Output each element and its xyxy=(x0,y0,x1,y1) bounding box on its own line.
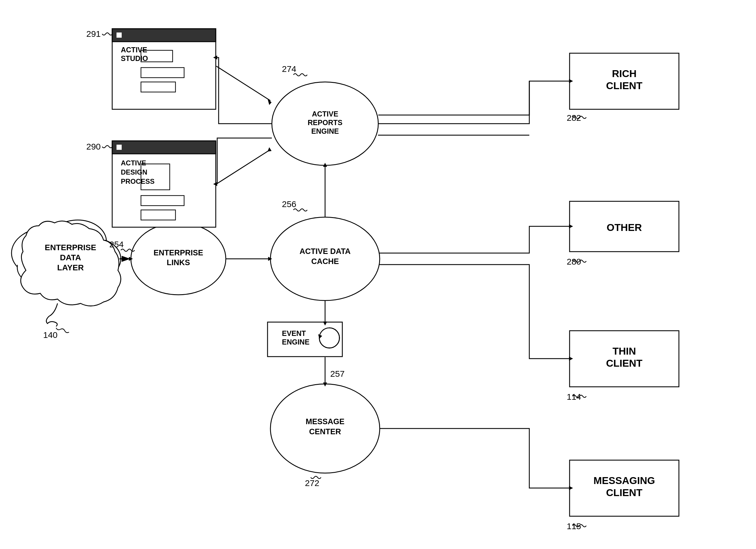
rich-client-label1: RICH xyxy=(612,68,637,79)
thin-client-label2: CLIENT xyxy=(606,357,642,369)
active-data-cache-label1: ACTIVE DATA xyxy=(299,247,351,256)
active-design-label3: PROCESS xyxy=(121,177,154,185)
active-reports-label3: ENGINE xyxy=(311,127,339,135)
thin-client-label1: THIN xyxy=(612,345,636,357)
svg-rect-25 xyxy=(112,29,216,42)
messaging-client-label1: MESSAGING xyxy=(593,475,655,486)
message-center-label1: MESSAGE xyxy=(306,417,344,426)
active-design-label2: DESIGN xyxy=(121,168,147,176)
ref-290: 290 xyxy=(86,142,101,151)
event-engine-label2: ENGINE xyxy=(282,338,310,346)
ref-272: 272 xyxy=(305,478,319,488)
message-center-label2: CENTER xyxy=(309,427,341,436)
ref-140: 140 xyxy=(43,330,58,340)
ref-291: 291 xyxy=(86,29,101,39)
ref-256: 256 xyxy=(282,199,296,209)
active-studio-node xyxy=(112,29,216,109)
messaging-client-label2: CLIENT xyxy=(606,487,642,498)
ref-274: 274 xyxy=(282,64,296,74)
enterprise-data-layer-label: ENTERPRISE xyxy=(45,243,96,252)
active-reports-label2: REPORTS xyxy=(308,118,343,127)
enterprise-data-layer-label3: LAYER xyxy=(57,263,84,272)
active-design-label1: ACTIVE xyxy=(121,159,146,167)
enterprise-data-layer-label2: DATA xyxy=(60,253,81,262)
other-label: OTHER xyxy=(607,222,642,233)
event-engine-label1: EVENT xyxy=(282,329,306,337)
ref-257: 257 xyxy=(330,369,345,378)
svg-rect-32 xyxy=(112,141,216,154)
active-data-cache-label2: CACHE xyxy=(311,257,339,266)
active-reports-label1: ACTIVE xyxy=(312,110,338,118)
active-studio-label1: ACTIVE xyxy=(121,46,147,54)
enterprise-links-label2: LINKS xyxy=(167,258,190,267)
svg-rect-26 xyxy=(117,32,122,38)
svg-rect-33 xyxy=(117,145,122,150)
active-studio-label2: STUDIO xyxy=(121,54,148,62)
ref-254: 254 xyxy=(109,240,124,249)
rich-client-label2: CLIENT xyxy=(606,80,642,91)
enterprise-links-label1: ENTERPRISE xyxy=(154,248,203,257)
